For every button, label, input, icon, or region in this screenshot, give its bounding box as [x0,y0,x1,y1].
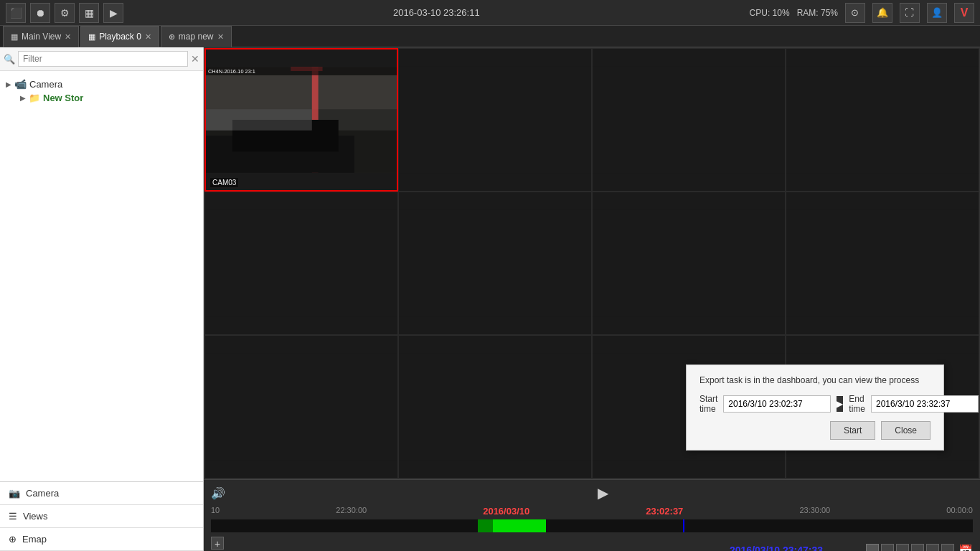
export-close-button[interactable]: Close [881,421,930,440]
grid-custom[interactable] [926,544,939,551]
grid-1x1[interactable] [866,544,879,551]
svg-rect-19 [399,354,591,461]
svg-rect-11 [399,67,591,174]
timeline-green-segment-1 [478,519,493,532]
cam03-label: CAM03 [210,178,238,187]
settings-icon[interactable]: ⚙ [55,3,75,23]
playback-icon[interactable]: ▶ [103,3,123,23]
tab-main-view-label: Main View [22,32,61,42]
export-start-row: Start time ▶ End time [699,394,930,414]
nav-emap[interactable]: ⊕ Emap [0,528,203,551]
tab-playback-0[interactable]: ▦ Playback 0 ✕ [80,26,159,47]
nav-camera-icon: 📷 [9,488,20,499]
export-end-label: End time [849,394,865,414]
timeline-cursor [683,519,684,532]
tab-playback-close[interactable]: ✕ [145,32,151,42]
video-cell-3[interactable] [592,48,786,192]
tab-map-new[interactable]: ⊕ map new ✕ [161,26,232,47]
export-start-input[interactable] [723,395,831,413]
search-icon: 🔍 [4,54,15,65]
fullscreen-icon[interactable]: ⛶ [900,3,920,23]
tab-map-icon: ⊕ [169,32,175,42]
tl-label-5: 23:30:00 [799,506,830,517]
svg-rect-15 [399,210,591,317]
svg-rect-14 [205,210,397,317]
controls-top: 🔊 ▶ [204,480,980,506]
tl-label-6: 00:00:0 [946,506,973,517]
tree-newstor-item[interactable]: ▶ 📁 New Stor [20,91,197,105]
topbar-right: CPU: 10% RAM: 75% ⊙ 🔔 ⛶ 👤 V [750,3,974,23]
calendar-icon[interactable]: 📅 [958,544,973,552]
tab-main-view-icon: ▦ [11,32,18,42]
video-cell-8[interactable] [786,192,979,335]
timeline-labels: 10 22:30:00 2016/03/10 23:02:37 23:30:00… [204,506,980,517]
user-icon[interactable]: 👤 [927,3,947,23]
nav-views-label: Views [23,511,47,522]
tabbar: ▦ Main View ✕ ▦ Playback 0 ✕ ⊕ map new ✕ [0,26,980,47]
app-icon[interactable]: V [954,3,974,23]
svg-rect-13 [786,67,979,174]
dashboard-icon[interactable]: ⊙ [845,3,865,23]
tab-playback-label: Playback 0 [99,32,141,42]
svg-rect-16 [593,210,785,317]
grid-3x3[interactable] [896,544,909,551]
nav-emap-label: Emap [22,534,47,545]
tree-expand-arrow: ▶ [6,80,11,88]
nav-views-icon: ☰ [9,511,17,522]
bottom-timestamp: 2016/03/10 23:47:33 [224,545,866,551]
ram-display: RAM: 75% [797,8,838,18]
export-start-button[interactable]: Start [830,421,875,440]
export-arrow-icon[interactable]: ▶ [837,396,843,412]
video-cell-10[interactable] [398,335,592,479]
grid-2x2[interactable] [881,544,894,551]
video-cell-5[interactable] [204,192,398,335]
timeline-track[interactable] [211,519,973,532]
volume-icon[interactable]: 🔊 [211,486,225,500]
tl-highlight-time: 23:02:37 [646,506,683,517]
cpu-display: CPU: 10% [750,8,790,18]
bell-icon[interactable]: 🔔 [872,3,892,23]
camera-group-icon: 📹 [14,78,27,90]
main-area: 🔍 ✕ ▶ 📹 Camera ▶ 📁 New Stor 📷 Camera [0,47,980,551]
zoom-in-button[interactable]: + [211,537,224,550]
play-button[interactable]: ▶ [598,484,608,501]
video-cell-9[interactable] [204,335,398,479]
video-cell-6[interactable] [398,192,592,335]
record-icon[interactable]: ⏺ [30,3,50,23]
export-buttons: Start Close [699,421,930,440]
tab-main-view-close[interactable]: ✕ [65,32,71,42]
search-clear-icon[interactable]: ✕ [191,53,199,65]
search-input[interactable] [18,51,188,67]
tab-map-close[interactable]: ✕ [217,32,224,42]
search-bar: 🔍 ✕ [0,47,203,71]
grid-4x4[interactable] [911,544,924,551]
video-cell-1[interactable]: CH4N-2016-10 23:1 CAM03 [204,48,398,192]
svg-rect-8 [206,109,312,131]
tab-playback-icon: ▦ [88,32,95,42]
tl-highlight-date: 2016/03/10 [483,506,529,517]
video-cell-4[interactable] [786,48,979,192]
camera-tree: ▶ 📹 Camera ▶ 📁 New Stor [0,71,203,481]
svg-rect-12 [593,67,785,174]
sidebar: 🔍 ✕ ▶ 📹 Camera ▶ 📁 New Stor 📷 Camera [0,47,204,551]
monitor-icon[interactable]: ⬛ [6,3,26,23]
content-area: CH4N-2016-10 23:1 CAM03 [204,47,980,551]
playback-controls: 🔊 ▶ 10 22:30:00 2016/03/10 23:02:37 23:3… [204,479,980,551]
topbar: ⬛ ⏺ ⚙ ▦ ▶ 2016-03-10 23:26:11 CPU: 10% R… [0,0,980,26]
tab-main-view[interactable]: ▦ Main View ✕ [3,26,79,47]
svg-text:CH4N-2016-10 23:1: CH4N-2016-10 23:1 [208,68,255,75]
nav-views[interactable]: ☰ Views [0,505,203,528]
export-end-input[interactable] [871,395,979,413]
tl-label-1: 10 [211,506,220,517]
nav-camera[interactable]: 📷 Camera [0,482,203,505]
tree-newstor-label: New Stor [43,93,83,103]
tree-camera-root[interactable]: ▶ 📹 Camera [6,77,197,91]
svg-rect-17 [786,210,979,317]
video-cell-7[interactable] [592,192,786,335]
export-popup: Export task is in the dashboard, you can… [686,364,944,451]
svg-rect-18 [205,354,397,461]
grid-wide[interactable] [941,544,954,551]
grid-icon[interactable]: ▦ [79,3,99,23]
video-cell-2[interactable] [398,48,592,192]
grid-selector [866,544,954,551]
